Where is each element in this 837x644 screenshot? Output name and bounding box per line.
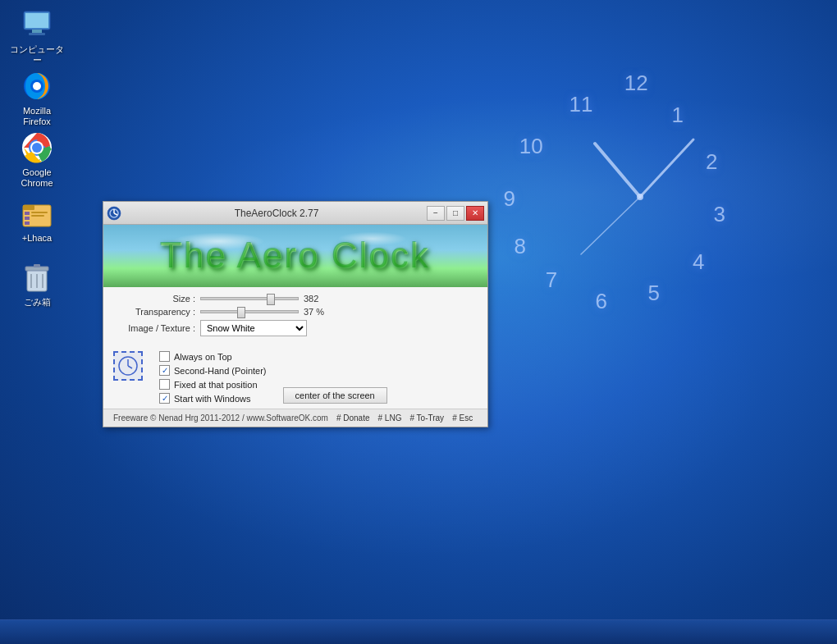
checkbox-start-windows[interactable]: ✓ Start with Windows	[159, 393, 267, 404]
chrome-icon-label: Google Chrome	[8, 167, 66, 189]
desktop-icon-lhaca[interactable]: +Lhaca	[8, 197, 66, 244]
desktop-icon-chrome[interactable]: Google Chrome	[8, 131, 66, 189]
clock-widget: 12 1 2 3 4 5 6 7 8 9 10 11	[509, 66, 771, 328]
trash-icon	[21, 261, 53, 294]
computer-icon	[21, 8, 53, 41]
svg-point-12	[32, 143, 42, 153]
app-banner: The Aero Clock	[103, 225, 487, 287]
desktop-icon-computer[interactable]: コンピューター	[8, 8, 66, 66]
checkbox-second-hand[interactable]: ✓ Second-Hand (Pointer)	[159, 365, 267, 376]
transparency-row: Transparency : 37 %	[113, 307, 478, 317]
computer-icon-label: コンピューター	[8, 44, 66, 66]
lhaca-icon	[21, 197, 53, 230]
texture-select[interactable]: Snow White	[200, 320, 307, 336]
texture-row: Image / Texture : Snow White	[113, 320, 478, 336]
footer-esc[interactable]: # Esc	[452, 413, 473, 422]
chrome-icon	[21, 131, 53, 164]
trash-icon-label: ごみ箱	[24, 297, 51, 308]
transparency-value: 37 %	[304, 307, 328, 317]
options-panel: Always on Top ✓ Second-Hand (Pointer) Fi…	[159, 351, 478, 404]
transparency-slider[interactable]	[200, 310, 299, 313]
checkbox-start-windows-label: Start with Windows	[174, 394, 251, 404]
transparency-label: Transparency :	[113, 307, 195, 317]
clock-hands	[509, 66, 771, 328]
checkbox-always-on-top-box[interactable]	[159, 351, 170, 362]
checkbox-fixed-position[interactable]: Fixed at that position	[159, 379, 267, 390]
center-screen-button[interactable]: center of the screen	[283, 387, 387, 404]
checkbox-group: Always on Top ✓ Second-Hand (Pointer) Fi…	[159, 351, 267, 404]
restore-button[interactable]: □	[446, 206, 464, 221]
footer-donate[interactable]: # Donate	[336, 413, 370, 422]
size-slider[interactable]	[200, 297, 299, 300]
svg-rect-19	[31, 215, 44, 217]
window-titlebar[interactable]: TheAeroClock 2.77 − □ ✕	[103, 202, 487, 225]
checkbox-second-hand-box[interactable]: ✓	[159, 365, 170, 376]
svg-line-26	[595, 144, 640, 197]
minimize-button[interactable]: −	[427, 206, 445, 221]
size-row: Size : 382	[113, 294, 478, 304]
svg-line-28	[581, 197, 640, 254]
svg-rect-3	[29, 33, 45, 35]
texture-label: Image / Texture :	[113, 323, 195, 333]
app-icon	[107, 206, 121, 221]
svg-rect-22	[34, 264, 40, 267]
svg-point-29	[637, 194, 643, 200]
window-title: TheAeroClock 2.77	[126, 208, 427, 219]
footer-totray[interactable]: # To-Tray	[409, 413, 444, 422]
svg-rect-1	[25, 13, 48, 28]
close-button[interactable]: ✕	[466, 206, 484, 221]
checkbox-always-on-top-label: Always on Top	[174, 352, 232, 362]
firefox-icon-label: Mozilla Firefox	[8, 106, 66, 127]
svg-line-36	[128, 366, 132, 368]
checkbox-fixed-position-label: Fixed at that position	[174, 380, 258, 390]
lhaca-icon-label: +Lhaca	[22, 233, 52, 244]
clock-preview-panel	[113, 351, 143, 404]
svg-rect-16	[25, 217, 30, 220]
svg-rect-2	[32, 30, 42, 33]
checkbox-fixed-position-box[interactable]	[159, 379, 170, 390]
checkbox-second-hand-label: Second-Hand (Pointer)	[174, 366, 267, 376]
transparency-slider-thumb[interactable]	[237, 307, 245, 318]
footer-copyright: Freeware © Nenad Hrg 2011-2012 / www.Sof…	[113, 413, 328, 422]
size-slider-thumb[interactable]	[267, 294, 275, 305]
svg-line-27	[640, 139, 693, 197]
checkbox-start-windows-box[interactable]: ✓	[159, 393, 170, 404]
desktop-icon-firefox[interactable]: Mozilla Firefox	[8, 70, 66, 127]
banner-text: The Aero Clock	[161, 235, 431, 276]
center-btn-container: center of the screen	[283, 351, 387, 404]
svg-rect-15	[25, 212, 30, 215]
window-controls[interactable]: − □ ✕	[427, 206, 484, 221]
svg-rect-18	[31, 212, 48, 213]
svg-point-6	[33, 82, 41, 90]
footer-links: Freeware © Nenad Hrg 2011-2012 / www.Sof…	[113, 413, 478, 422]
footer-lng[interactable]: # LNG	[378, 413, 402, 422]
svg-rect-14	[23, 205, 34, 210]
desktop-icon-trash[interactable]: ごみ箱	[8, 261, 66, 308]
svg-rect-17	[25, 222, 30, 225]
taskbar[interactable]	[0, 619, 837, 644]
clock-preview-icon	[113, 351, 143, 381]
bottom-panel: Always on Top ✓ Second-Hand (Pointer) Fi…	[103, 346, 487, 409]
aero-clock-window: TheAeroClock 2.77 − □ ✕ The Aero Clock S…	[103, 201, 488, 427]
window-footer: Freeware © Nenad Hrg 2011-2012 / www.Sof…	[103, 409, 487, 427]
size-label: Size :	[113, 294, 195, 304]
size-value: 382	[304, 294, 328, 304]
settings-controls: Size : 382 Transparency : 37 % Image / T…	[103, 287, 487, 346]
checkbox-always-on-top[interactable]: Always on Top	[159, 351, 267, 362]
firefox-icon	[21, 70, 53, 103]
